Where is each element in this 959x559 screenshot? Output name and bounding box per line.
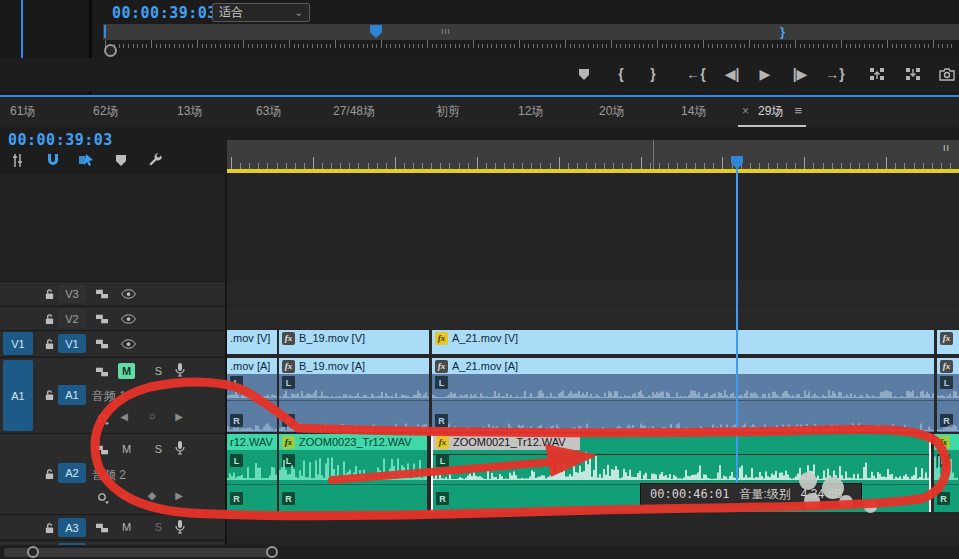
ruler-tick xyxy=(804,44,805,48)
linked-selection-icon[interactable] xyxy=(76,151,96,169)
tab-29场[interactable]: ×29场≡ xyxy=(742,103,802,120)
target-track-v2[interactable]: V2 xyxy=(58,309,86,328)
tab-27/48场[interactable]: 27/48场 xyxy=(333,103,375,120)
target-track-a3[interactable]: A3 xyxy=(58,518,86,537)
source-patch-a1[interactable]: A1 xyxy=(3,360,33,431)
tab-12场[interactable]: 12场 xyxy=(518,103,543,120)
ruler-tick xyxy=(349,44,350,48)
scrollbar-thumb[interactable] xyxy=(4,548,272,557)
clip-A_21.mov [V][interactable]: fxA_21.mov [V] xyxy=(432,330,934,354)
lock-icon[interactable] xyxy=(40,466,58,482)
target-track-v1[interactable]: V1 xyxy=(58,334,86,353)
next-keyframe-icon[interactable]: ▶ xyxy=(172,411,186,422)
tab-62场[interactable]: 62场 xyxy=(93,103,118,120)
extract-button[interactable] xyxy=(900,64,926,84)
ruler-tick xyxy=(685,44,686,48)
tab-61场[interactable]: 61场 xyxy=(10,103,35,120)
mute-button[interactable]: M xyxy=(118,519,135,535)
clip-v1-partial[interactable]: fx xyxy=(937,330,959,354)
microphone-icon[interactable] xyxy=(171,440,189,456)
mark-in-button[interactable]: { xyxy=(608,64,634,84)
clip-ZOOM0023_Tr12.WAV[interactable]: fxZOOM0023_Tr12.WAVLR xyxy=(279,434,427,512)
add-keyframe-icon[interactable]: ○ xyxy=(145,410,159,422)
clip-A_21.mov [A][interactable]: fxA_21.mov [A]LR xyxy=(432,358,934,432)
source-patch-v1[interactable]: V1 xyxy=(3,332,33,355)
add-marker-button[interactable] xyxy=(571,64,597,84)
play-button[interactable]: ▶ xyxy=(752,64,778,84)
lock-icon[interactable] xyxy=(40,286,58,302)
timeline-zoom-scrollbar[interactable] xyxy=(0,545,959,559)
clip-a2-partial[interactable]: fxLR xyxy=(934,434,959,512)
show-keyframes-icon[interactable] xyxy=(94,411,112,427)
sync-lock-icon[interactable] xyxy=(93,442,111,458)
tab-20场[interactable]: 20场 xyxy=(599,103,624,120)
target-track-v3[interactable]: V3 xyxy=(58,284,86,303)
export-frame-button[interactable] xyxy=(934,64,959,84)
prev-keyframe-icon[interactable]: ◀ xyxy=(117,411,131,422)
snap-magnet-icon[interactable] xyxy=(43,151,63,169)
scrollbar-handle-right[interactable] xyxy=(266,546,278,558)
tab-14场[interactable]: 14场 xyxy=(681,103,706,120)
clip-a1-partial[interactable]: fxLR xyxy=(937,358,959,432)
target-track-a1[interactable]: A1 xyxy=(58,385,86,405)
tab-13场[interactable]: 13场 xyxy=(177,103,202,120)
ruler-tick xyxy=(528,44,529,48)
solo-button[interactable]: S xyxy=(150,441,167,457)
next-keyframe-icon[interactable]: ▶ xyxy=(172,490,186,501)
timeline-ruler[interactable]: II xyxy=(227,140,959,169)
sync-lock-icon[interactable] xyxy=(93,520,111,536)
lock-icon[interactable] xyxy=(40,311,58,327)
eye-icon[interactable] xyxy=(119,336,137,352)
ruler-tick xyxy=(565,40,566,48)
scrollbar-handle[interactable] xyxy=(104,44,117,57)
clip-.mov [A][interactable]: .mov [A]LR xyxy=(227,358,277,432)
mark-out-button[interactable]: } xyxy=(640,64,666,84)
track-name[interactable]: 音频 1 xyxy=(92,388,126,405)
go-to-out-button[interactable]: →} xyxy=(822,64,848,84)
volume-rubber-band[interactable] xyxy=(433,454,929,455)
solo-button[interactable]: S xyxy=(150,363,167,379)
panel-menu-icon[interactable]: ≡ xyxy=(794,103,802,118)
scrollbar-handle-left[interactable] xyxy=(27,546,39,558)
add-keyframe-icon[interactable]: ◆ xyxy=(145,489,159,502)
lock-icon[interactable] xyxy=(40,387,58,403)
add-marker-icon[interactable] xyxy=(111,151,131,169)
show-keyframes-icon[interactable] xyxy=(94,490,112,506)
eye-icon[interactable] xyxy=(119,286,137,302)
step-forward-button[interactable]: |▶ xyxy=(787,64,813,84)
clip-r12.WAV[interactable]: r12.WAVLR xyxy=(227,434,277,512)
eye-icon[interactable] xyxy=(119,311,137,327)
ruler-tick xyxy=(422,44,423,48)
tab-63场[interactable]: 63场 xyxy=(256,103,281,120)
ruler-tick xyxy=(721,44,722,48)
microphone-icon[interactable] xyxy=(171,362,189,378)
go-to-in-button[interactable]: ←{ xyxy=(683,64,709,84)
source-mini-ruler[interactable]: III } xyxy=(103,24,959,40)
sync-lock-icon[interactable] xyxy=(93,311,111,327)
sequence-settings-icon[interactable] xyxy=(10,151,30,169)
close-icon[interactable]: × xyxy=(742,104,749,118)
channel-separator xyxy=(432,400,934,401)
step-back-button[interactable]: ◀| xyxy=(719,64,745,84)
sync-lock-icon[interactable] xyxy=(93,336,111,352)
clip-.mov [V][interactable]: .mov [V] xyxy=(227,330,277,354)
lock-icon[interactable] xyxy=(40,336,58,352)
sync-lock-icon[interactable] xyxy=(93,286,111,302)
clip-B_19.mov [V][interactable]: fxB_19.mov [V] xyxy=(279,330,429,354)
track-name[interactable]: 音频 2 xyxy=(92,467,126,484)
waveform xyxy=(279,421,429,431)
timeline-settings-wrench-icon[interactable] xyxy=(145,151,165,169)
prev-keyframe-icon[interactable]: ◀ xyxy=(117,490,131,501)
microphone-icon[interactable] xyxy=(171,519,189,535)
zoom-level-select[interactable]: 适合 ⌄ xyxy=(212,3,310,22)
lift-button[interactable] xyxy=(864,64,890,84)
mute-button[interactable]: M xyxy=(118,441,135,457)
mute-button[interactable]: M xyxy=(118,363,135,379)
lock-icon[interactable] xyxy=(40,520,58,536)
tab-初剪[interactable]: 初剪 xyxy=(436,103,460,120)
sync-lock-icon[interactable] xyxy=(93,364,111,380)
target-track-a2[interactable]: A2 xyxy=(58,463,86,483)
solo-button[interactable]: S xyxy=(150,519,167,535)
timeline-playhead-line[interactable] xyxy=(736,156,738,512)
clip-B_19.mov [A][interactable]: fxB_19.mov [A]LR xyxy=(279,358,429,432)
